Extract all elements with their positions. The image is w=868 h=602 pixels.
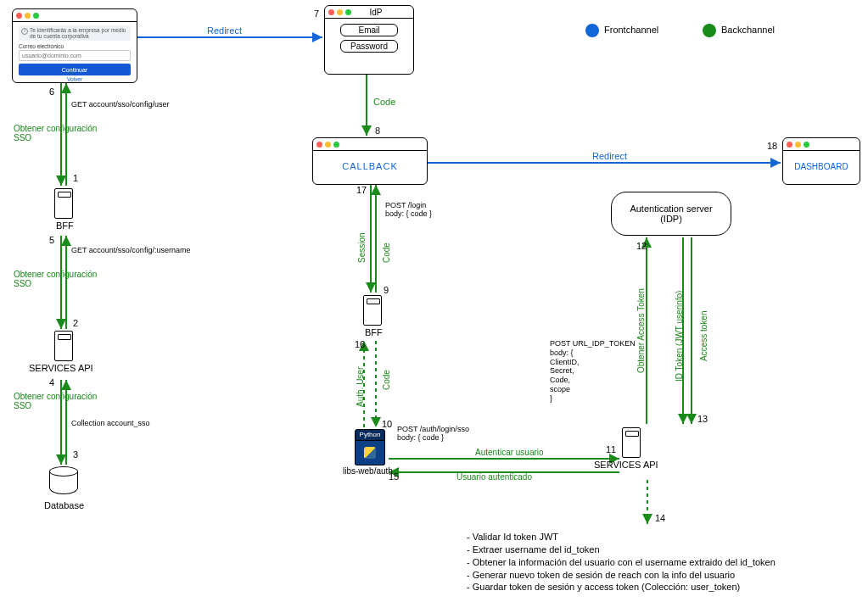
edge-code-callback: Code [382,242,391,263]
services-api-2-label: SERVICES API [594,460,658,470]
edge-post-idp-token: POST URL_IDP_TOKEN body: { ClientID, Sec… [550,339,636,404]
email-field[interactable] [19,50,131,61]
login-window: i Te identificarás a la empresa por medi… [12,8,137,83]
step-1: 1 [73,173,78,183]
python-icon: Python [355,429,384,463]
step-16: 16 [355,339,365,349]
edge-obt-conf-sso-3: Obtener configuración SSO [14,392,97,410]
database-label: Database [44,500,84,510]
edge-autenticar: Autenticar usuario [475,448,544,457]
callback-window: CALLBACK [312,137,428,185]
edge-code-down: Code [382,370,391,390]
step-18: 18 [767,141,777,151]
volver-link[interactable]: Volver [19,76,131,82]
auth-server-node: Autentication server (IDP) [611,192,731,236]
notes-block: - Validar Id token JWT - Extraer usernam… [467,531,776,594]
step-5: 5 [49,235,54,245]
edge-collection: Collection account_sso [71,419,150,427]
edge-obt-conf-sso-2: Obtener configuración SSO [14,270,97,288]
diagram-canvas: Frontchannel Backchannel i Te identifica… [0,0,868,602]
idp-email-field[interactable]: Email [340,24,398,36]
arrows-layer [0,0,868,602]
step-6: 6 [49,86,54,97]
step-14: 14 [655,513,665,523]
edge-usuario-autenticado: Usuario autenticado [456,472,532,482]
step-8: 8 [375,125,380,136]
step-15: 15 [389,471,399,482]
edge-id-token: ID Token (JWT userinfo) [675,291,684,382]
bff1-label: BFF [56,220,74,231]
step-11: 11 [606,444,616,454]
step-9: 9 [384,285,389,295]
bff1-icon [54,188,73,219]
step-3: 3 [73,449,78,460]
login-banner: i Te identificarás a la empresa por medi… [19,25,131,41]
step-10: 10 [382,419,392,429]
callback-title: CALLBACK [313,151,427,181]
dashboard-title: DASHBOARD [783,151,860,181]
legend-back: Backchannel [703,24,775,37]
idp-title: IdP [339,8,413,17]
edge-redirect-2: Redirect [592,151,627,161]
edge-obt-conf-sso-1: Obtener configuración SSO [14,124,97,142]
step-2: 2 [73,318,78,328]
auth-server-label-2: (IDP) [660,214,682,224]
step-7: 7 [314,8,319,19]
step-4: 4 [49,377,54,387]
edge-session: Session [357,232,367,263]
services-api-2-icon [622,427,641,458]
bff2-label: BFF [365,327,383,337]
edge-post-login: POST /login body: { code } [385,202,432,219]
legend-front: Frontchannel [585,24,658,37]
email-label: Correo electrónico [19,43,131,49]
edge-obtener-access: Obtener Access Token [636,288,646,373]
edge-post-auth-login: POST /auth/login/sso body: { code } [397,426,469,443]
auth-server-label-1: Autentication server [630,203,712,214]
database-icon [49,466,76,495]
edge-code-1: Code [373,97,395,107]
edge-auth-user: Auth. User [356,367,365,407]
edge-redirect-1: Redirect [207,25,242,36]
edge-get-config-user: GET account/sso/config/user [71,100,169,109]
idp-window: IdP Email Password [324,5,414,75]
dashboard-window: DASHBOARD [782,137,860,185]
bff2-icon [363,295,382,326]
edge-get-config-username: GET account/sso/config/:username [71,246,190,254]
step-17: 17 [356,185,367,195]
edge-access-token: Access token [699,311,708,361]
services-api-1-label: SERVICES API [29,363,93,373]
services-api-1-icon [54,331,73,361]
continue-button[interactable]: Continuar [19,64,131,75]
libs-web-auth-label: libs-web/auth [343,466,393,476]
idp-password-field[interactable]: Password [340,40,398,53]
step-13: 13 [697,414,708,424]
step-12: 12 [636,241,647,251]
